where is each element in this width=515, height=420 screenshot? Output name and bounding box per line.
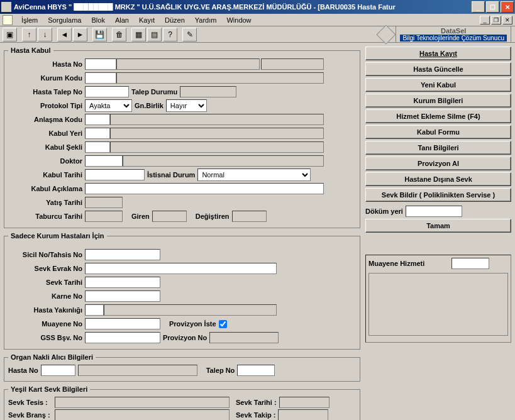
provizyon-al-button[interactable]: Provizyon Al <box>365 157 511 170</box>
child-restore-button[interactable]: ❐ <box>491 16 501 25</box>
label-kabul-tarihi: Kabul Tarihi <box>8 171 85 179</box>
label-sevk-takip: Sevk Takip : <box>236 411 275 419</box>
menu-islem[interactable]: İşlem <box>16 15 43 25</box>
label-doktor: Doktor <box>8 157 85 165</box>
sevk-tesis-display <box>55 397 230 408</box>
kurum-bilgileri-button[interactable]: Kurum Bilgileri <box>365 94 511 108</box>
muayene-hizmeti-list[interactable] <box>368 273 508 336</box>
kabul-yeri-display <box>110 128 324 139</box>
kurum-ozel-group: Sadece Kurum Hastaları İçin Sicil No/Tah… <box>4 232 360 350</box>
tani-bilgileri-button[interactable]: Tanı Bilgileri <box>365 141 511 155</box>
talep-durumu-display <box>180 86 236 97</box>
label-istisnai-durum: İstisnai Durum <box>145 171 197 179</box>
organ-hasta-no-input[interactable] <box>41 365 75 376</box>
dokum-yeri-input[interactable] <box>406 206 462 217</box>
child-minimize-button[interactable]: _ <box>480 16 490 25</box>
hastane-disina-button[interactable]: Hastane Dışına Sevk <box>365 172 511 186</box>
toolbar-next-button[interactable]: ► <box>73 28 87 41</box>
kabul-tarihi-input[interactable] <box>85 169 145 180</box>
sevk-brans-display <box>55 409 230 420</box>
organ-talep-no-input[interactable] <box>237 365 275 376</box>
provizyon-iste-checkbox[interactable] <box>219 320 227 328</box>
label-sicil: Sicil No/Tahsis No <box>8 251 85 258</box>
doc2-icon: ▤ <box>151 30 158 39</box>
menubar: İşlem Sorgulama Blok Alan Kayıt Düzen Ya… <box>0 14 515 26</box>
kabul-aciklama-input[interactable] <box>85 183 324 194</box>
arrow-right-icon: ► <box>77 30 84 39</box>
label-sevk-evrak: Sevk Evrak No <box>8 265 85 272</box>
muayene-no-input[interactable] <box>85 318 160 329</box>
toolbar-prev-button[interactable]: ◄ <box>57 28 72 41</box>
yeni-kabul-button[interactable]: Yeni Kabul <box>365 78 511 92</box>
anlasma-kodu-input[interactable] <box>85 114 110 125</box>
menu-sorgulama[interactable]: Sorgulama <box>43 15 86 25</box>
label-sevk-tarihi: Sevk Tarihi <box>8 279 85 286</box>
muayene-hizmeti-input[interactable] <box>451 258 489 269</box>
sevk-evrak-input[interactable] <box>85 263 277 274</box>
organ-legend: Organ Nakli Alıcı Bilgileri <box>8 353 96 361</box>
toolbar-notes-button[interactable]: ✎ <box>182 28 197 41</box>
toolbar-doc1-button[interactable]: ▦ <box>131 28 146 41</box>
label-sevk-brans: Sevk Branş : <box>8 411 52 419</box>
kabul-sekli-display <box>110 141 324 153</box>
hizmet-ekleme-button[interactable]: Hizmet Ekleme Silme (F4) <box>365 109 511 123</box>
toolbar-doc2-button[interactable]: ▤ <box>147 28 162 41</box>
kurum-ozel-legend: Sadece Kurum Hastaları İçin <box>8 232 107 240</box>
hasta-yakinligi-input[interactable] <box>85 304 104 316</box>
toolbar-up-button[interactable]: ↑ <box>22 28 36 41</box>
label-gn-birlik: Gn.Birlik <box>132 102 166 109</box>
menu-kayit[interactable]: Kayıt <box>134 15 160 25</box>
arrow-up-icon: ↑ <box>28 30 31 39</box>
karne-no-input[interactable] <box>85 290 160 302</box>
menu-duzen[interactable]: Düzen <box>160 15 190 25</box>
label-giren: Giren <box>129 213 152 220</box>
maximize-button[interactable]: ☐ <box>486 1 499 13</box>
label-anlasma-kodu: Anlaşma Kodu <box>8 116 85 123</box>
title-text: AviCenna HBYS " ████████ MRKZ " U.Ü.SAĞL… <box>14 3 472 11</box>
doc-icon: ▦ <box>135 30 142 39</box>
save-icon: 💾 <box>95 30 104 39</box>
istisnai-durum-select[interactable]: Normal <box>197 169 311 181</box>
hasta-yakinligi-display <box>104 304 277 316</box>
label-organ-hasta-no: Hasta No <box>8 367 38 374</box>
tamam-button[interactable]: Tamam <box>365 219 511 233</box>
menu-yardim[interactable]: Yardım <box>190 15 222 25</box>
sicil-input[interactable] <box>85 249 160 260</box>
minimize-button[interactable]: _ <box>472 1 485 13</box>
close-button[interactable]: ✕ <box>501 1 514 13</box>
sevk-tarihi-input[interactable] <box>85 277 160 288</box>
gn-birlik-select[interactable]: Hayır <box>166 99 207 112</box>
kurum-kodu-input[interactable] <box>85 72 116 84</box>
arrow-down-icon: ↓ <box>43 30 47 39</box>
toolbar-help-button[interactable]: ? <box>163 28 177 41</box>
toolbar-delete-button[interactable]: 🗑 <box>112 28 126 41</box>
menu-window[interactable]: Window <box>221 15 256 25</box>
app-icon <box>1 2 11 12</box>
toolbar-down-button[interactable]: ↓ <box>38 28 52 41</box>
gss-bsv-input[interactable] <box>85 332 160 343</box>
menu-blok[interactable]: Blok <box>86 15 109 25</box>
brand-area: DataSel Bilgi Teknolojilerinde Çözüm Sun… <box>379 26 511 43</box>
child-close-button[interactable]: ✕ <box>502 16 512 25</box>
kabul-formu-button[interactable]: Kabul Formu <box>365 125 511 139</box>
kabul-yeri-input[interactable] <box>85 128 110 139</box>
toolbar-exec-button[interactable]: ▣ <box>3 28 17 41</box>
arrow-left-icon: ◄ <box>61 30 69 39</box>
hasta-no-extra <box>261 58 324 70</box>
label-karne-no: Karne No <box>8 292 85 300</box>
help-icon: ? <box>168 30 172 39</box>
protokol-tipi-select[interactable]: Ayakta <box>85 99 132 112</box>
label-talep-durumu: Talep Durumu <box>129 88 180 96</box>
kabul-sekli-input[interactable] <box>85 141 110 153</box>
toolbar-save-button[interactable]: 💾 <box>92 28 107 41</box>
hasta-kayit-button[interactable]: Hasta Kayıt <box>365 47 511 60</box>
doktor-input[interactable] <box>85 155 123 167</box>
hasta-kabul-group: Hasta Kabul Hasta No Kurum Kodu Hasta Ta… <box>4 47 360 228</box>
hasta-no-input[interactable] <box>85 58 116 70</box>
hasta-talep-no-input[interactable] <box>85 86 129 97</box>
menu-alan[interactable]: Alan <box>110 15 134 25</box>
label-kabul-sekli: Kabul Şekli <box>8 143 85 151</box>
sevk-bildir-button[interactable]: Sevk Bildir ( Poliklinikten Servise ) <box>365 188 511 202</box>
hasta-guncelle-button[interactable]: Hasta Güncelle <box>365 62 511 76</box>
label-yatis-tarihi: Yatış Tarihi <box>8 199 85 206</box>
